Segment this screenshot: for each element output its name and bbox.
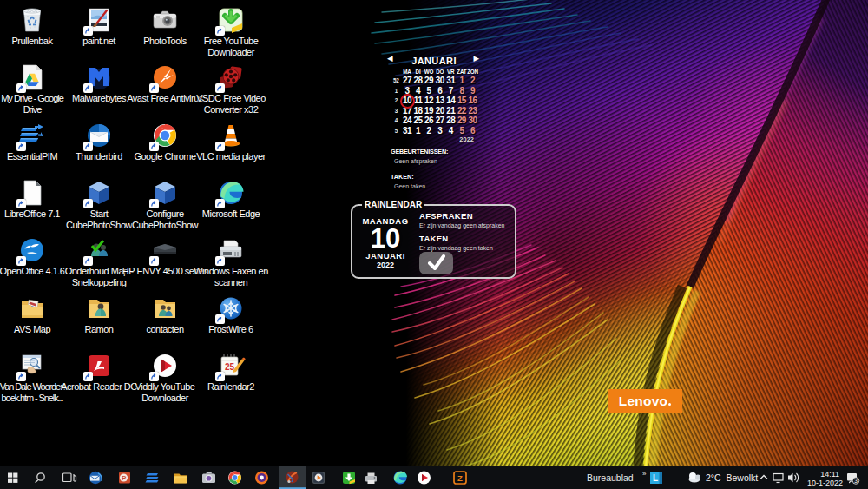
svg-text:25: 25 bbox=[225, 362, 235, 372]
svg-text:14:11: 14:11 bbox=[820, 470, 839, 479]
svg-text:2°C Bewolkt: 2°C Bewolkt bbox=[706, 472, 758, 483]
svg-text:L: L bbox=[653, 473, 658, 483]
svg-text:Z: Z bbox=[457, 473, 463, 483]
svg-text:P: P bbox=[122, 474, 127, 482]
svg-text:»: » bbox=[642, 470, 647, 478]
svg-text:10-1-2022: 10-1-2022 bbox=[807, 479, 843, 487]
svg-text:Bureaublad: Bureaublad bbox=[587, 472, 634, 483]
svg-text:3: 3 bbox=[854, 478, 858, 484]
